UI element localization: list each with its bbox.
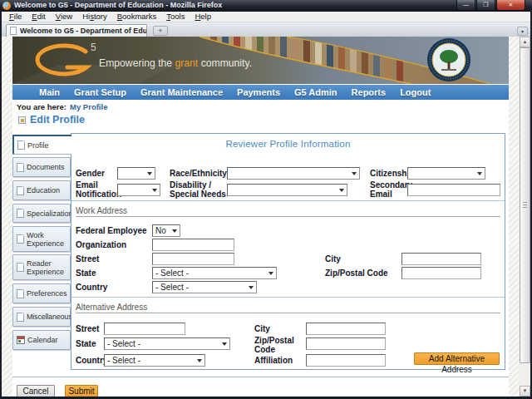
alt-state-select[interactable]: - Select -	[104, 337, 230, 350]
work-country-label: Country	[76, 283, 107, 293]
menu-history[interactable]: History	[77, 12, 112, 22]
work-state-select[interactable]: - Select -	[152, 267, 277, 279]
dept-of-education-seal	[427, 38, 470, 81]
breadcrumb: You are here:My Profile	[17, 102, 107, 111]
menu-bookmarks[interactable]: Bookmarks	[112, 12, 162, 22]
menu-tools[interactable]: Tools	[161, 12, 190, 22]
breadcrumb-prefix: You are here:	[17, 102, 66, 111]
nav-payments[interactable]: Payments	[237, 87, 280, 97]
menu-view[interactable]: View	[51, 12, 77, 22]
sidebar-tab-miscellaneous[interactable]: Miscellaneous	[12, 307, 71, 327]
sidebar-tab-label: Documents	[27, 163, 65, 171]
breadcrumb-current[interactable]: My Profile	[70, 102, 107, 111]
menu-help[interactable]: Help	[190, 12, 216, 22]
tab-bar: Welcome to G5 - Department of Edu... + ▾	[2, 22, 530, 37]
sidebar-tab-label: Specialization	[27, 209, 73, 218]
add-alternative-address-button[interactable]: Add Alternative Address	[414, 352, 500, 365]
sidebar-tab-education[interactable]: Education	[12, 180, 71, 200]
document-icon	[17, 209, 24, 218]
alt-city-input[interactable]	[306, 323, 386, 335]
disability-label: Disability / Special Needs	[170, 181, 229, 199]
alt-state-label: State	[76, 340, 96, 349]
work-state-label: State	[76, 269, 96, 278]
alt-country-select[interactable]: - Select -	[104, 354, 205, 367]
alt-zip-input[interactable]	[306, 337, 386, 350]
bottom-divider	[12, 377, 509, 377]
document-icon	[17, 140, 25, 150]
sidebar-tab-label: Reader Experience	[27, 259, 69, 276]
sidebar-tab-preferences[interactable]: Preferences	[12, 283, 71, 303]
work-street-input[interactable]	[152, 253, 234, 265]
nav-grant-setup[interactable]: Grant Setup	[74, 87, 126, 97]
page-background: 5 Empowering the grant community. Main G…	[2, 37, 530, 397]
document-icon	[17, 163, 24, 172]
citizenship-select[interactable]	[407, 167, 485, 180]
sidebar-tab-label: Work Experience	[27, 231, 69, 248]
window-title: Welcome to G5 - Department of Education …	[14, 1, 222, 9]
federal-employee-select[interactable]: No	[152, 224, 180, 237]
affiliation-label: Affiliation	[254, 357, 293, 366]
menu-file[interactable]: File	[4, 12, 27, 22]
g5-banner: 5 Empowering the grant community.	[12, 37, 509, 84]
menu-edit[interactable]: Edit	[27, 12, 50, 22]
nav-reports[interactable]: Reports	[352, 87, 387, 97]
vertical-scrollbar[interactable]: ▲ ▼	[520, 37, 530, 397]
edit-profile-icon	[18, 116, 26, 124]
disability-select[interactable]	[227, 184, 347, 196]
page-title: Edit Profile	[18, 114, 85, 126]
sidebar-tab-calendar[interactable]: Calendar	[12, 330, 71, 350]
alt-city-label: City	[254, 325, 270, 334]
work-zip-label: Zip/Postal Code	[325, 269, 388, 278]
alt-address-title: Alternative Address	[76, 303, 147, 312]
organization-input[interactable]	[152, 239, 234, 251]
banner-tagline: Empowering the grant community.	[99, 57, 252, 69]
sidebar-tab-work-experience[interactable]: Work Experience	[12, 226, 71, 252]
email-notification-select[interactable]	[117, 184, 160, 196]
page-title-text: Edit Profile	[30, 114, 85, 126]
nav-main[interactable]: Main	[39, 87, 60, 97]
document-icon	[17, 263, 24, 272]
work-zip-input[interactable]	[401, 267, 481, 279]
nav-grant-maintenance[interactable]: Grant Maintenance	[140, 87, 223, 97]
secondary-email-input[interactable]	[407, 184, 500, 196]
work-address-title: Work Address	[76, 206, 127, 215]
sidebar-tab-label: Education	[27, 186, 60, 195]
sidebar-tab-label: Profile	[27, 141, 49, 150]
firefox-window: Welcome to G5 - Department of Education …	[0, 0, 532, 399]
alt-street-label: Street	[76, 325, 99, 334]
browser-tab[interactable]: Welcome to G5 - Department of Edu...	[6, 24, 147, 37]
page-icon	[10, 27, 17, 35]
nav-logout[interactable]: Logout	[400, 87, 431, 97]
section-divider	[71, 297, 505, 298]
firefox-icon	[2, 2, 11, 10]
document-icon	[17, 234, 24, 244]
gender-select[interactable]	[117, 167, 155, 180]
alt-street-input[interactable]	[104, 323, 185, 335]
gender-label: Gender	[76, 170, 105, 179]
organization-label: Organization	[76, 241, 126, 250]
new-tab-button[interactable]: +	[153, 26, 168, 36]
sidebar-tab-reader-experience[interactable]: Reader Experience	[12, 254, 71, 280]
sidebar-tab-specialization[interactable]: Specialization	[12, 204, 71, 223]
form-heading: Reviewer Profile Information	[71, 139, 505, 149]
affiliation-input[interactable]	[306, 354, 386, 367]
banner-illustration: 5 Empowering the grant community.	[12, 37, 509, 84]
maximize-button[interactable]: ❒	[476, 0, 495, 11]
work-country-select[interactable]: - Select -	[152, 281, 257, 293]
logo-number: 5	[91, 42, 96, 53]
list-all-tabs-button[interactable]: ▾	[517, 27, 528, 36]
sidebar-tab-documents[interactable]: Documents	[12, 157, 71, 177]
work-city-input[interactable]	[401, 253, 481, 265]
scroll-down-button[interactable]: ▼	[520, 386, 530, 397]
race-ethnicity-select[interactable]	[227, 167, 360, 180]
race-ethnicity-label: Race/Ethnicity	[170, 170, 227, 179]
work-address-rule	[76, 216, 500, 217]
scroll-up-button[interactable]: ▲	[520, 37, 530, 47]
close-button[interactable]: ✕	[496, 0, 525, 11]
nav-g5-admin[interactable]: G5 Admin	[294, 87, 337, 97]
scrollbar-thumb[interactable]	[520, 47, 530, 363]
document-icon	[17, 289, 24, 298]
sidebar-tab-profile[interactable]: Profile	[12, 135, 71, 155]
sidebar-tabs: Profile Documents Education Specializati…	[12, 135, 71, 350]
minimize-button[interactable]: —	[456, 0, 475, 11]
